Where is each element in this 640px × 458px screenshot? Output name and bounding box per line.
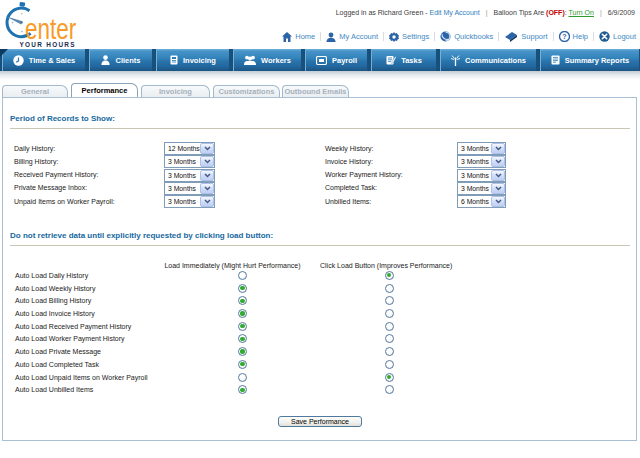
svg-text:?: ? bbox=[562, 33, 566, 40]
svg-text:YOUR HOURS: YOUR HOURS bbox=[20, 41, 76, 48]
